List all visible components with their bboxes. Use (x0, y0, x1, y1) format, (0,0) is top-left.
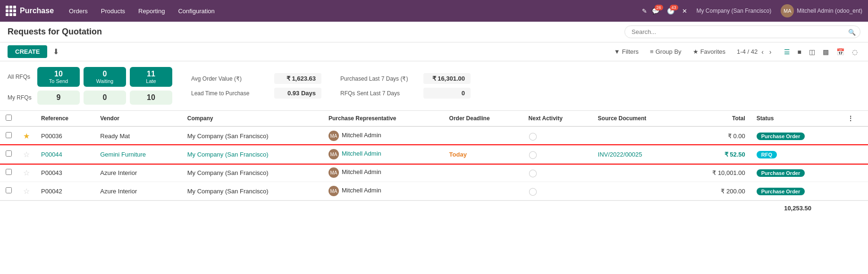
star-filled-icon[interactable]: ★ (23, 132, 30, 140)
stat-to-send[interactable]: 10 To Send (37, 67, 80, 87)
rep-link[interactable]: Mitchell Admin (342, 150, 381, 157)
my-rfqs-label: My RFQs (8, 94, 34, 101)
user-menu[interactable]: MA Mitchell Admin (odoo_ent) (781, 4, 862, 17)
calendar-view-button[interactable]: 📅 (834, 46, 847, 58)
status-badge: Purchase Order (757, 188, 805, 195)
footer-total-value: 10,253.50 (784, 205, 811, 212)
activity-icon[interactable]: ◯ (529, 132, 537, 140)
col-activity[interactable]: Next Activity (523, 111, 592, 126)
my-stat-waiting[interactable]: 0 (84, 91, 126, 105)
source-link[interactable]: INV/2022/00025 (598, 151, 642, 158)
table-row: ☆ P00044 Gemini Furniture My Company (Sa… (0, 145, 868, 164)
groupby-button[interactable]: ≡ Group By (646, 46, 685, 57)
col-reference[interactable]: Reference (35, 111, 94, 126)
menu-configuration[interactable]: Configuration (172, 6, 220, 17)
app-logo[interactable]: Purchase (6, 6, 54, 16)
top-navigation: Purchase Orders Products Reporting Confi… (0, 0, 868, 22)
col-rep[interactable]: Purchase Representative (323, 111, 444, 126)
app-name[interactable]: Purchase (20, 7, 54, 15)
prev-page-button[interactable]: ‹ (759, 47, 766, 57)
td-more (842, 145, 868, 164)
action-bar: CREATE ⬇ ▼ Filters ≡ Group By ★ Favorite… (0, 42, 868, 61)
td-star[interactable]: ☆ (17, 145, 35, 164)
stat-waiting-label: Waiting (91, 78, 118, 84)
search-bar: 🔍 (624, 25, 860, 38)
col-vendor[interactable]: Vendor (94, 111, 181, 126)
menu-products[interactable]: Products (95, 6, 131, 17)
td-vendor: Ready Mat (94, 126, 181, 145)
download-button[interactable]: ⬇ (51, 45, 61, 58)
row-checkbox[interactable] (6, 169, 12, 175)
activity-icon[interactable]: ◯ (529, 169, 537, 177)
td-status: Purchase Order (751, 126, 842, 145)
td-checkbox[interactable] (0, 164, 17, 182)
row-checkbox[interactable] (6, 187, 12, 193)
activity-view-button[interactable]: ◌ (849, 46, 860, 58)
activities-btn[interactable]: 🕐 43 (667, 8, 674, 15)
grid-icon[interactable] (6, 6, 16, 16)
close-btn[interactable]: ✕ (682, 8, 687, 15)
favorites-label: Favorites (700, 48, 725, 55)
lead-time-label: Lead Time to Purchase (191, 90, 267, 97)
col-company[interactable]: Company (182, 111, 323, 126)
vendor-link[interactable]: Gemini Furniture (100, 151, 146, 158)
td-more (842, 182, 868, 200)
activity-icon[interactable]: ◯ (529, 187, 537, 195)
td-company: My Company (San Francisco) (182, 145, 323, 164)
filters-button[interactable]: ▼ Filters (610, 46, 642, 57)
td-deadline (444, 182, 523, 200)
td-checkbox[interactable] (0, 145, 17, 164)
td-status: Purchase Order (751, 182, 842, 200)
my-stat-late[interactable]: 10 (130, 91, 172, 105)
menu-reporting[interactable]: Reporting (133, 6, 170, 17)
td-source (592, 126, 683, 145)
messages-btn[interactable]: 💬 26 (652, 8, 659, 15)
company-name[interactable]: My Company (San Francisco) (697, 8, 772, 14)
my-stat-to-send[interactable]: 9 (37, 91, 80, 105)
td-checkbox[interactable] (0, 126, 17, 145)
activity-icon[interactable]: ◯ (529, 150, 537, 158)
td-star[interactable]: ☆ (17, 182, 35, 200)
td-checkbox[interactable] (0, 182, 17, 200)
search-input[interactable] (624, 25, 860, 38)
col-source[interactable]: Source Document (592, 111, 683, 126)
pagination: 1-4 / 42 ‹ › (737, 47, 773, 57)
stat-waiting[interactable]: 0 Waiting (84, 67, 126, 87)
stat-late[interactable]: 11 Late (130, 67, 172, 87)
table-view-button[interactable]: ◫ (806, 46, 818, 58)
row-checkbox[interactable] (6, 150, 12, 157)
col-deadline[interactable]: Order Deadline (444, 111, 523, 126)
star-icon-btn[interactable]: ✎ (642, 8, 647, 15)
td-ref: P00036 (35, 126, 94, 145)
td-total: ₹ 0.00 (683, 126, 751, 145)
favorites-button[interactable]: ★ Favorites (689, 46, 729, 57)
list-view-button[interactable]: ☰ (781, 46, 793, 58)
select-all-checkbox[interactable] (6, 115, 12, 121)
menu-orders[interactable]: Orders (63, 6, 93, 17)
next-page-button[interactable]: › (767, 47, 774, 57)
kanban-view-button[interactable]: ■ (795, 46, 804, 58)
rep-avatar: MA (329, 131, 339, 141)
rep-avatar: MA (329, 149, 339, 159)
status-badge: Purchase Order (757, 169, 805, 177)
company-link[interactable]: My Company (San Francisco) (187, 151, 269, 158)
star-empty-icon[interactable]: ☆ (23, 169, 30, 177)
stat-late-label: Late (137, 78, 165, 84)
purchased-7d-value: ₹ 16,301.00 (423, 73, 471, 84)
star-empty-icon[interactable]: ☆ (23, 150, 30, 158)
star-empty-icon[interactable]: ☆ (23, 187, 30, 195)
create-button[interactable]: CREATE (8, 45, 47, 58)
col-total[interactable]: Total (683, 111, 751, 126)
td-star[interactable]: ★ (17, 126, 35, 145)
star-icon: ✎ (642, 8, 647, 15)
chart-view-button[interactable]: ▩ (820, 46, 832, 58)
td-star[interactable]: ☆ (17, 164, 35, 182)
col-status[interactable]: Status (751, 111, 842, 126)
purchased-7d-label: Purchased Last 7 Days (₹) (340, 75, 416, 82)
td-source: INV/2022/00025 (592, 145, 683, 164)
ref-link[interactable]: P00044 (41, 151, 62, 158)
row-checkbox[interactable] (6, 132, 12, 138)
select-all-checkbox-header[interactable] (0, 111, 17, 126)
td-status: RFQ (751, 145, 842, 164)
rfq-table-wrapper: Reference Vendor Company Purchase Repres… (0, 111, 868, 216)
